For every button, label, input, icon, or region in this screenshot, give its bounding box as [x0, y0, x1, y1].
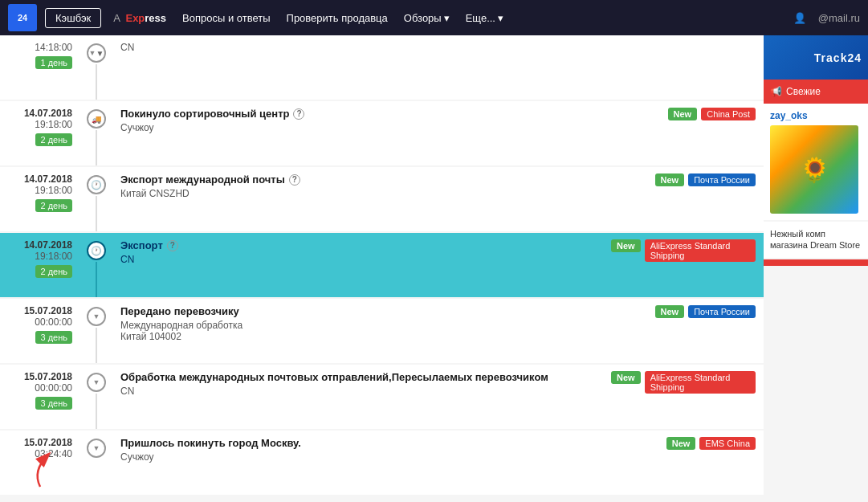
aliexpress-link[interactable]: A Express [113, 12, 166, 24]
day-badge-3: 2 день [35, 265, 72, 278]
date-col-4: 15.07.2018 00:00:00 3 день [0, 299, 80, 363]
nav-verify[interactable]: Проверить продавца [287, 12, 388, 24]
express-ress: ress [145, 12, 166, 24]
icon-col-6: ▼ [80, 431, 112, 495]
help-icon-2[interactable]: ? [289, 174, 300, 186]
badges-6: New EMS China [603, 431, 764, 495]
date-col-6: 15.07.2018 03:24:40 [0, 431, 80, 495]
express-a: A [113, 12, 120, 24]
badge-new-6: New [666, 437, 696, 450]
icon-col-5: ▼ [80, 365, 112, 429]
event-title-1: Покинуло сортировочный центр ? [120, 108, 595, 120]
content-2: Экспорт международной почты ? Китай CNSZ… [112, 167, 603, 231]
arrow-down-icon-6: ▼ [87, 439, 106, 458]
badge-pochta-2: Почта России [688, 173, 756, 186]
timeline-item-top: 14:18:00 1 день ▼ CN [0, 35, 764, 100]
badge-new-2: New [655, 173, 685, 186]
event-title-text-4: Передано перевозчику [120, 305, 239, 317]
content-1: Покинуло сортировочный центр ? Сучжоу [112, 101, 603, 165]
help-icon-1[interactable]: ? [293, 108, 304, 120]
truck-icon: 🚚 [87, 109, 106, 129]
event-title-text-1: Покинуло сортировочный центр [120, 108, 289, 120]
timeline-line-1 [96, 130, 97, 165]
event-subtitle-6: Сучжоу [120, 451, 595, 463]
product-card: Нежный комп магазина Dream Store [764, 222, 868, 258]
badges-5: New AliExpress Standard Shipping [603, 365, 764, 429]
timeline-line [96, 64, 97, 100]
content-5: Обработка международных почтовых отправл… [112, 365, 603, 429]
nav-reviews[interactable]: Обзоры ▾ [404, 12, 450, 24]
timeline-item-2: 14.07.2018 19:18:00 2 день 🕐 Экспорт меж… [0, 167, 764, 231]
badges-3: New AliExpress Standard Shipping [603, 233, 764, 297]
icon-col-2: 🕐 [80, 167, 112, 231]
event-title-6: Пришлось покинуть город Москву. [120, 437, 595, 449]
date-3: 14.07.2018 [24, 239, 72, 251]
date-2: 14.07.2018 [24, 173, 72, 185]
event-location-top: CN [120, 42, 595, 53]
badge-new-1: New [668, 108, 698, 120]
badge-chinapost-1: China Post [701, 108, 756, 120]
event-title-text-6: Пришлось покинуть город Москву. [120, 437, 301, 449]
time-top: 14:18:00 [35, 42, 72, 53]
arrow-down-icon-5: ▼ [87, 373, 106, 392]
event-subtitle-4a: Международная обработка [120, 320, 595, 331]
track24-banner: Track24 [764, 35, 868, 80]
event-subtitle-3: CN [120, 254, 595, 265]
date-6: 15.07.2018 [24, 437, 72, 448]
day-badge-4: 3 день [35, 331, 72, 344]
timeline-item-6: 15.07.2018 03:24:40 ▼ Пришлось покинуть … [0, 431, 764, 495]
event-title-4: Передано перевозчику [120, 305, 595, 317]
megaphone-icon: 📢 [770, 86, 782, 97]
timeline-item-1: 14.07.2018 19:18:00 2 день 🚚 Покинуло со… [0, 101, 764, 165]
timeline-item-4: 15.07.2018 00:00:00 3 день ▼ Передано пе… [0, 299, 764, 363]
header-right: 👤 @mail.ru [793, 12, 860, 24]
content-6: Пришлось покинуть город Москву. Сучжоу [112, 431, 603, 495]
icon-col-top: ▼ [80, 35, 112, 100]
track24-label: Track24 [814, 51, 862, 64]
cashback-button[interactable]: Кэшбэк [45, 8, 101, 28]
badges-1: New China Post [603, 101, 764, 165]
help-icon-3[interactable]: ? [167, 240, 178, 251]
day-badge-2: 2 день [35, 199, 72, 212]
fresh-banner[interactable]: 📢 Свежие [764, 80, 868, 104]
nav-more[interactable]: Еще... ▾ [466, 12, 503, 24]
arrow-down-icon-4: ▼ [87, 307, 106, 326]
date-1: 14.07.2018 [24, 108, 72, 119]
event-title-3: Экспорт ? [120, 239, 595, 251]
icon-col-1: 🚚 [80, 101, 112, 165]
timeline-line-5 [96, 394, 97, 429]
badge-pochta-4: Почта России [688, 305, 756, 318]
time-5: 00:00:00 [35, 382, 72, 394]
day-badge-top: 1 день [35, 56, 72, 69]
username: zay_oks [770, 110, 862, 121]
timeline-line-3 [96, 262, 97, 297]
day-badge-1: 2 день [35, 133, 72, 146]
badge-aliexpress-5: AliExpress Standard Shipping [645, 371, 756, 394]
product-title: Нежный комп магазина Dream Store [770, 228, 862, 251]
timeline-item-5: 15.07.2018 00:00:00 3 день ▼ Обработка м… [0, 365, 764, 429]
date-col-top: 14:18:00 1 день [0, 35, 80, 100]
timeline-item-3: 14.07.2018 19:18:00 2 день 🕐 Экспорт ? C [0, 233, 764, 297]
timeline-line-4 [96, 328, 97, 363]
time-2: 19:18:00 [35, 185, 72, 196]
event-title-text-5: Обработка международных почтовых отправл… [120, 371, 548, 383]
main-nav: Вопросы и ответы Проверить продавца Обзо… [182, 12, 785, 24]
event-subtitle-5: CN [120, 386, 595, 397]
date-col-5: 15.07.2018 00:00:00 3 день [0, 365, 80, 429]
badges-4: New Почта России [603, 299, 764, 363]
page-wrapper: 24 Кэшбэк A Express Вопросы и ответы Про… [0, 0, 868, 502]
timeline-line-2 [96, 196, 97, 231]
badges-top [603, 35, 764, 100]
event-title-text-3: Экспорт [120, 239, 163, 251]
time-6: 03:24:40 [35, 448, 72, 459]
date-col-2: 14.07.2018 19:18:00 2 день [0, 167, 80, 231]
content-4: Передано перевозчику Международная обраб… [112, 299, 603, 363]
icon-col-4: ▼ [80, 299, 112, 363]
event-subtitle-4b: Китай 104002 [120, 331, 595, 342]
logo: 24 [8, 4, 37, 31]
chevron-down-icon: ▾ [444, 12, 450, 24]
nav-faq[interactable]: Вопросы и ответы [182, 12, 270, 24]
timeline: 14:18:00 1 день ▼ CN 14.07.2018 [0, 35, 764, 495]
red-band [764, 259, 868, 266]
user-icon[interactable]: 👤 [793, 12, 806, 24]
